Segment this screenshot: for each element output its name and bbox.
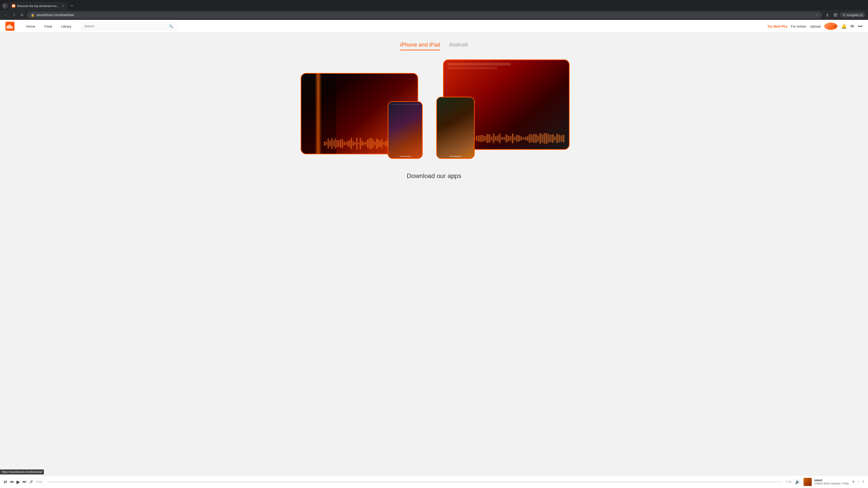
forward-button[interactable] <box>11 12 17 18</box>
queue-button[interactable]: ≡ <box>862 480 864 484</box>
repost-button[interactable]: ↕ <box>857 480 859 484</box>
incognito-badge[interactable]: Incognito (2) <box>840 12 865 18</box>
like-button[interactable]: ♥ <box>852 480 855 484</box>
text-overlay-sub <box>447 67 497 69</box>
artwork-gradient-right <box>437 125 474 158</box>
svg-rect-5 <box>6 26 7 29</box>
shuffle-button[interactable]: ⇄ <box>4 480 7 484</box>
avatar-dropdown-icon[interactable]: ▾ <box>834 24 836 28</box>
reload-button[interactable] <box>19 12 25 18</box>
iphone-ipad-tab[interactable]: iPhone and iPad <box>400 41 440 51</box>
svg-rect-1 <box>836 13 837 15</box>
prev-button[interactable]: ⏮ <box>10 480 14 484</box>
library-nav-link[interactable]: Library <box>57 20 76 33</box>
soundcloud-logo[interactable] <box>5 22 14 31</box>
track-details: mikoll Ostatni dzień wakacji z Tobą <box>814 479 848 485</box>
tab-favicon <box>12 4 16 8</box>
waveform-bar-large <box>315 74 322 154</box>
volume-button[interactable]: 🔊 <box>795 480 800 484</box>
tab-panel-icon[interactable] <box>832 11 839 19</box>
search-icon[interactable]: 🔍 <box>169 24 174 29</box>
svg-point-4 <box>843 14 845 15</box>
total-time: 2:39 <box>785 480 791 484</box>
left-device-group: // Will be generated by script below <box>296 68 423 159</box>
progress-bar[interactable] <box>47 482 783 482</box>
notification-icon[interactable]: 🔔 <box>841 24 847 29</box>
tab-close-button[interactable]: × <box>61 4 65 8</box>
android-tab[interactable]: Android <box>449 41 468 51</box>
text-overlay-top <box>447 63 510 66</box>
toolbar-icons: Incognito (2) <box>824 11 865 19</box>
right-device-group <box>436 59 572 159</box>
iphone-home-indicator <box>400 156 411 157</box>
svg-rect-7 <box>8 25 9 29</box>
player-artist: mikoll <box>814 479 848 482</box>
tab-title: Discover the top streamed mus... <box>17 4 60 8</box>
svg-rect-3 <box>836 15 837 17</box>
browser-chrome: Discover the top streamed mus... × + 🔒 s… <box>0 0 868 20</box>
iphone-progress <box>391 104 420 105</box>
upload-link[interactable]: Upload <box>810 24 820 28</box>
player-actions: ♥ ↕ ≡ <box>852 480 864 484</box>
right-iphone <box>436 97 475 159</box>
player-artwork <box>804 478 812 486</box>
current-time: 0:00 <box>36 480 44 484</box>
home-nav-link[interactable]: Home <box>22 20 40 33</box>
track-info: mikoll Ostatni dzień wakacji z Tobą <box>804 478 848 486</box>
iphone-right-screen <box>437 97 474 158</box>
tab-bar: Discover the top streamed mus... × + <box>0 0 868 10</box>
player-controls: ⇄ ⏮ ▶ ⏭ ↺ <box>4 479 33 485</box>
feed-nav-link[interactable]: Feed <box>40 20 57 33</box>
platform-tabs: iPhone and iPad Android <box>400 41 468 51</box>
download-text: Download our apps <box>407 172 461 180</box>
left-iphone <box>388 101 423 159</box>
tab-switcher[interactable] <box>2 3 8 9</box>
logo-icon <box>5 22 14 31</box>
for-artists-link[interactable]: For Artists <box>791 24 806 28</box>
search-input[interactable] <box>84 24 169 28</box>
svg-rect-6 <box>7 25 8 29</box>
new-tab-button[interactable]: + <box>69 3 75 9</box>
nav-links: Home Feed Library <box>22 20 76 33</box>
message-icon[interactable]: ✉ <box>850 24 854 29</box>
svg-rect-2 <box>834 15 835 17</box>
artwork-gradient <box>388 125 422 158</box>
svg-rect-0 <box>834 13 835 15</box>
repeat-button[interactable]: ↺ <box>29 480 33 484</box>
svg-rect-11 <box>12 26 13 29</box>
next-button[interactable]: ⏭ <box>23 480 27 484</box>
secure-icon: 🔒 <box>31 13 35 17</box>
incognito-label: Incognito (2) <box>847 13 863 17</box>
more-icon[interactable]: ••• <box>858 24 863 29</box>
nav-right: Try Next Pro For Artists Upload ▾ 🔔 ✉ ••… <box>767 23 863 30</box>
svg-rect-10 <box>11 26 12 29</box>
download-icon[interactable] <box>824 11 831 19</box>
url-text: soundcloud.com/download <box>36 13 813 17</box>
player-bar: ⇄ ⏮ ▶ ⏭ ↺ 0:00 2:39 🔊 mikoll Ostatni dzi… <box>0 475 868 486</box>
svg-rect-9 <box>10 25 11 29</box>
search-bar[interactable]: 🔍 <box>81 22 176 30</box>
soundcloud-app: Home Feed Library 🔍 Try Next Pro For Art… <box>0 20 868 486</box>
user-avatar[interactable]: ▾ <box>824 23 837 30</box>
try-next-pro-link[interactable]: Try Next Pro <box>767 24 787 28</box>
devices-container: // Will be generated by script below <box>276 59 592 159</box>
bookmark-icon[interactable]: ☆ <box>815 13 818 17</box>
player-progress: 0:00 2:39 <box>36 480 792 484</box>
play-button[interactable]: ▶ <box>17 479 20 485</box>
iphone-screen <box>388 102 422 158</box>
svg-rect-8 <box>9 24 10 29</box>
player-song: Ostatni dzień wakacji z Tobą <box>814 482 848 485</box>
back-button[interactable] <box>3 12 9 18</box>
main-content: iPhone and iPad Android <box>0 33 868 486</box>
address-bar-row: 🔒 soundcloud.com/download ☆ Incognito (2… <box>0 10 868 20</box>
iphone-right-home-indicator <box>450 156 462 157</box>
hover-tooltip: https://soundcloud.com/download <box>0 469 44 475</box>
address-bar[interactable]: 🔒 soundcloud.com/download ☆ <box>27 11 822 19</box>
top-nav: Home Feed Library 🔍 Try Next Pro For Art… <box>0 20 868 33</box>
active-tab[interactable]: Discover the top streamed mus... × <box>9 2 68 10</box>
